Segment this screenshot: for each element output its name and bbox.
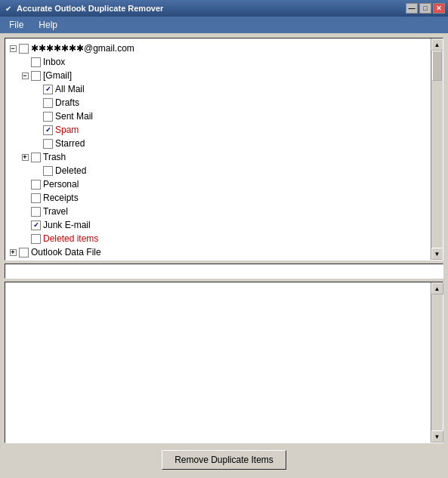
tree-node-spam[interactable]: Spam: [7, 123, 429, 137]
label-gmail-folder: [Gmail]: [43, 70, 72, 81]
scroll-track[interactable]: [431, 51, 443, 248]
log-scrollbar[interactable]: ▲ ▼: [431, 282, 443, 443]
label-all-mail: All Mail: [55, 84, 85, 94]
tree-node-travel[interactable]: Travel: [7, 205, 429, 218]
checkbox-starred[interactable]: [43, 139, 53, 149]
label-starred: Starred: [55, 138, 85, 149]
main-content: − ✱✱✱✱✱✱✱@gmail.com Inbox − [Gmail]: [0, 33, 448, 478]
minimize-button[interactable]: —: [406, 3, 418, 14]
expander-gmail-account[interactable]: −: [7, 42, 19, 54]
remove-duplicates-button[interactable]: Remove Duplicate Items: [162, 450, 286, 470]
button-area: Remove Duplicate Items: [5, 446, 443, 473]
label-outlook-data-file: Outlook Data File: [31, 247, 101, 258]
label-deleted-items: Deleted items: [43, 233, 98, 244]
checkbox-gmail-account[interactable]: [19, 44, 29, 54]
tree-node-inbox[interactable]: Inbox: [7, 55, 429, 69]
label-receipts: Receipts: [43, 193, 79, 203]
label-trash: Trash: [43, 152, 66, 162]
folder-tree-scroll[interactable]: − ✱✱✱✱✱✱✱@gmail.com Inbox − [Gmail]: [5, 39, 431, 260]
progress-bar: [5, 264, 443, 279]
tree-node-trash[interactable]: + Trash: [7, 150, 429, 164]
maximize-button[interactable]: □: [419, 3, 431, 14]
tree-node-deleted[interactable]: Deleted: [7, 164, 429, 177]
title-bar: ✔ Accurate Outlook Duplicate Remover — □…: [0, 0, 448, 17]
label-personal: Personal: [43, 179, 79, 190]
log-content: [5, 282, 431, 443]
checkbox-receipts[interactable]: [31, 193, 41, 203]
checkbox-drafts[interactable]: [43, 98, 53, 108]
label-travel: Travel: [43, 206, 68, 217]
label-gmail-account: ✱✱✱✱✱✱✱@gmail.com: [31, 43, 134, 54]
checkbox-travel[interactable]: [31, 207, 41, 217]
tree-node-starred[interactable]: Starred: [7, 137, 429, 150]
menu-bar: File Help: [0, 17, 448, 33]
tree-node-junk-email[interactable]: Junk E-mail: [7, 218, 429, 232]
checkbox-deleted[interactable]: [43, 166, 53, 176]
label-spam: Spam: [55, 125, 79, 135]
label-junk-email: Junk E-mail: [43, 220, 91, 230]
menu-file[interactable]: File: [3, 18, 29, 32]
checkbox-all-mail[interactable]: [43, 85, 53, 94]
tree-node-gmail-account[interactable]: − ✱✱✱✱✱✱✱@gmail.com: [7, 42, 429, 55]
title-text: Accurate Outlook Duplicate Remover: [17, 4, 163, 13]
log-panel: ▲ ▼: [5, 282, 443, 443]
checkbox-spam[interactable]: [43, 125, 53, 135]
log-scroll-up-button[interactable]: ▲: [431, 282, 443, 295]
checkbox-trash[interactable]: [31, 153, 41, 162]
menu-help[interactable]: Help: [32, 18, 63, 32]
close-button[interactable]: ✕: [433, 3, 445, 14]
scroll-thumb[interactable]: [432, 51, 442, 81]
checkbox-personal[interactable]: [31, 180, 41, 190]
label-deleted: Deleted: [55, 165, 86, 176]
checkbox-sent-mail[interactable]: [43, 112, 53, 122]
checkbox-junk-email[interactable]: [31, 220, 41, 230]
expander-trash[interactable]: +: [19, 151, 31, 163]
tree-node-drafts[interactable]: Drafts: [7, 96, 429, 109]
label-sent-mail: Sent Mail: [55, 111, 93, 122]
tree-node-sent-mail[interactable]: Sent Mail: [7, 109, 429, 123]
tree-node-receipts[interactable]: Receipts: [7, 191, 429, 205]
expander-gmail-folder[interactable]: −: [19, 69, 31, 82]
label-drafts: Drafts: [55, 97, 79, 108]
expander-outlook-data-file[interactable]: +: [7, 246, 19, 258]
folder-tree-panel: − ✱✱✱✱✱✱✱@gmail.com Inbox − [Gmail]: [5, 38, 443, 261]
window-controls: — □ ✕: [406, 3, 445, 14]
checkbox-gmail-folder[interactable]: [31, 71, 41, 81]
app-icon: ✔: [3, 3, 14, 14]
tree-node-outlook-data-file[interactable]: + Outlook Data File: [7, 245, 429, 259]
tree-node-personal[interactable]: Personal: [7, 177, 429, 191]
scroll-down-button[interactable]: ▼: [431, 248, 443, 260]
checkbox-deleted-items[interactable]: [31, 234, 41, 244]
label-inbox: Inbox: [43, 57, 65, 67]
tree-node-all-mail[interactable]: All Mail: [7, 82, 429, 96]
checkbox-outlook-data-file[interactable]: [19, 248, 29, 258]
checkbox-inbox[interactable]: [31, 57, 41, 67]
log-scroll-track[interactable]: [431, 295, 443, 430]
scroll-up-button[interactable]: ▲: [431, 39, 443, 51]
tree-scrollbar[interactable]: ▲ ▼: [431, 39, 443, 260]
tree-node-deleted-items[interactable]: Deleted items: [7, 232, 429, 245]
log-scroll-down-button[interactable]: ▼: [431, 430, 443, 443]
tree-node-gmail-folder[interactable]: − [Gmail]: [7, 69, 429, 82]
